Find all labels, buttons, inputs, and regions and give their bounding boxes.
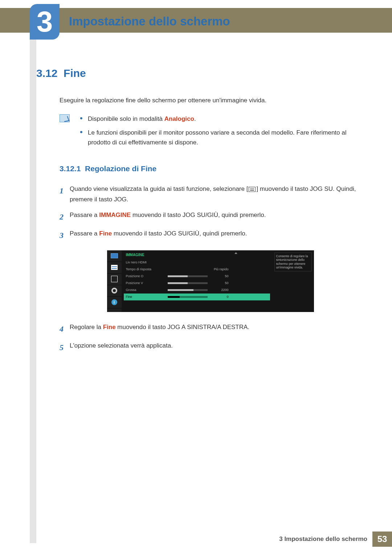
osd-row: Posizione V50 (124, 280, 270, 287)
step-3: 3 Passare a Fine muovendo il tasto JOG S… (60, 229, 361, 242)
osd-row: Grossa2200 (124, 287, 270, 294)
step-4: 4 Regolare la Fine muovendo il tasto JOG… (60, 322, 361, 336)
slider-bar (168, 275, 208, 277)
subsection-number: 3.12.1 (60, 164, 81, 173)
step-number: 2 (60, 210, 70, 223)
osd-row: Liv nero HDMI (124, 259, 270, 266)
osd-description-text: Consente di regolare la sintonizzazione … (274, 253, 312, 272)
step-2: 2 Passare a IMMAGINE muovendo il tasto J… (60, 210, 361, 223)
steps-list: 1 Quando viene visualizzata la guida ai … (60, 184, 361, 354)
resize-icon (107, 274, 122, 285)
content-area: 3.12 Fine Eseguire la regolazione fine d… (36, 63, 361, 359)
highlight-fine: Fine (99, 230, 112, 237)
highlight-analogico: Analogico (164, 115, 194, 122)
note-block: Disponibile solo in modalità Analogico. … (60, 114, 361, 152)
subsection-heading: 3.12.1 Regolazione di Fine (60, 164, 361, 173)
osd-row-label: Grossa (126, 288, 168, 292)
osd-row-value: Più rapido (211, 267, 229, 271)
page-number: 53 (372, 532, 392, 547)
section-number: 3.12 (36, 67, 57, 79)
note-item: Le funzioni disponibili per il monitor p… (80, 128, 361, 147)
section-heading: 3.12 Fine (36, 67, 361, 79)
osd-row-value: 50 (211, 281, 229, 285)
menu-icon (249, 187, 256, 192)
chevron-up-icon (234, 252, 237, 254)
osd-main: IMMAGINE Liv nero HDMITempo di rispostaP… (122, 250, 272, 312)
list-icon (107, 262, 122, 274)
slider-bar (168, 296, 208, 298)
note-icon (60, 114, 70, 122)
section-title: Fine (64, 67, 86, 79)
section-intro: Eseguire la regolazione fine dello scher… (60, 97, 361, 104)
chapter-title: Impostazione dello schermo (69, 15, 230, 28)
page-footer: 3 Impostazione dello schermo 53 (279, 532, 392, 547)
info-icon: i (107, 297, 122, 308)
step-1: 1 Quando viene visualizzata la guida ai … (60, 184, 361, 205)
chapter-tab: 3 (30, 4, 60, 40)
step-5: 5 L'opzione selezionata verrà applicata. (60, 341, 361, 354)
highlight-immagine: IMMAGINE (99, 212, 131, 218)
side-stripe (30, 33, 36, 543)
chapter-number: 3 (37, 5, 53, 38)
step-number: 3 (60, 229, 70, 242)
osd-screenshot: i IMMAGINE Liv nero HDMITempo di rispost… (107, 250, 314, 312)
osd-row-label: Posizione V (126, 281, 168, 285)
osd-row: Posizione O50 (124, 273, 270, 280)
osd-row-label: Fine (126, 295, 168, 299)
step-number: 1 (60, 184, 70, 205)
slider-bar (168, 282, 208, 284)
subsection-title: Regolazione di Fine (85, 164, 156, 173)
osd-row: Fine0 (124, 294, 270, 300)
osd-row-label: Posizione O (126, 274, 168, 278)
osd-row: Tempo di rispostaPiù rapido (124, 266, 270, 273)
osd-row-value: 50 (211, 274, 229, 278)
step-number: 5 (60, 341, 70, 354)
highlight-fine: Fine (103, 324, 116, 331)
osd-row-value: 0 (211, 295, 229, 299)
osd-description-panel: Consente di regolare la sintonizzazione … (272, 250, 314, 312)
footer-chapter-ref: 3 Impostazione dello schermo (279, 535, 367, 543)
monitor-icon (107, 250, 122, 262)
osd-sidebar: i (107, 250, 122, 312)
note-item: Disponibile solo in modalità Analogico. (80, 114, 361, 124)
note-list: Disponibile solo in modalità Analogico. … (80, 114, 361, 152)
step-number: 4 (60, 322, 70, 336)
gear-icon (107, 285, 122, 297)
osd-menu-title: IMMAGINE (124, 252, 270, 259)
osd-row-label: Tempo di risposta (126, 267, 168, 271)
osd-row-label: Liv nero HDMI (126, 260, 168, 264)
osd-row-value: 2200 (211, 288, 229, 292)
slider-bar (168, 289, 208, 291)
